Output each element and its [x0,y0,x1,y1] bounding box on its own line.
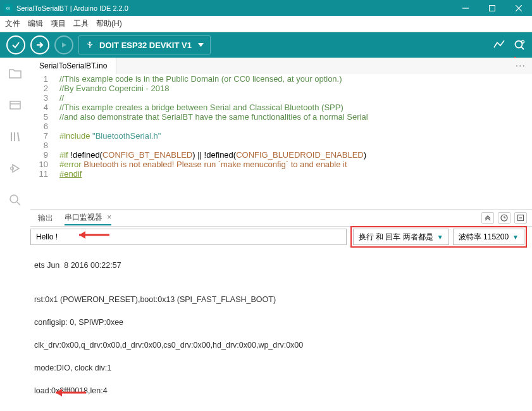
annotation-arrow-icon [73,229,111,241]
line-number: 1 [30,74,59,84]
code-line: #if !defined(CONFIG_BT_ENABLED) || !defi… [59,150,532,160]
code-line: // [59,93,532,103]
serial-monitor-icon[interactable] [513,39,526,51]
debug-button[interactable] [54,35,73,54]
svg-rect-16 [10,101,20,109]
line-number: 3 [30,93,59,103]
library-manager-icon[interactable] [8,130,22,144]
tab-overflow-icon[interactable]: ··· [516,60,526,72]
search-icon[interactable] [8,193,22,207]
annotation-arrow-icon [49,387,87,398]
menu-tool[interactable]: 工具 [73,18,89,29]
menu-file[interactable]: 文件 [5,18,20,29]
board-selector[interactable]: DOIT ESP32 DEVKIT V1 [78,35,211,54]
clear-icon[interactable] [514,212,527,224]
code-line: //This example code is in the Public Dom… [59,74,532,84]
sidebar [0,58,30,411]
close-button[interactable] [505,0,532,16]
svg-line-12 [521,47,524,49]
serial-output[interactable]: ets Jun 8 2016 00:22:57 rst:0x1 (POWERON… [30,248,532,406]
chevron-down-icon: ▼ [437,234,443,241]
svg-marker-31 [79,231,85,239]
debug-sidebar-icon[interactable] [8,161,22,175]
svg-line-24 [17,202,20,205]
code-line: //and also demonstrate that SerialBT hav… [59,112,532,122]
baud-rate-dropdown[interactable]: 波特率 115200▼ [453,229,524,245]
window-controls [452,0,532,16]
bottom-panel-tabs: 输出 串口监视器 × [30,209,532,227]
svg-marker-10 [198,43,204,47]
code-line: #endif [59,169,532,179]
line-number: 9 [30,150,59,160]
close-icon[interactable]: × [107,213,111,222]
svg-point-23 [10,195,18,203]
code-line: #include "BluetoothSerial.h" [59,131,532,141]
serial-line: mode:DIO, clock div:1 [34,362,532,374]
code-line: //This example creates a bridge between … [59,103,532,112]
folder-icon[interactable] [8,66,22,80]
line-number: 5 [30,112,59,122]
chevron-down-icon: ▼ [512,234,519,241]
menu-bar: 文件 编辑 项目 工具 帮助(H) [0,16,532,32]
line-number: 7 [30,131,59,141]
svg-rect-1 [490,5,495,11]
verify-button[interactable] [6,35,25,54]
svg-point-13 [522,41,524,43]
editor-tab-bar: SerialToSerialBT.ino ··· [30,58,532,74]
line-number: 8 [30,141,59,150]
boards-manager-icon[interactable] [8,98,22,112]
menu-project[interactable]: 项目 [51,18,66,29]
tab-file[interactable]: SerialToSerialBT.ino [30,58,116,74]
menu-help[interactable]: 帮助(H) [96,18,122,29]
toolbar: DOIT ESP32 DEVKIT V1 [0,32,532,58]
maximize-button[interactable] [479,0,505,16]
line-ending-dropdown[interactable]: 换行 和 回车 两者都是▼ [353,229,449,245]
menu-edit[interactable]: 编辑 [28,18,43,29]
code-line: #error Bluetooth is not enabled! Please … [59,160,532,169]
serial-line: rst:0x1 (POWERON_RESET),boot:0x13 (SPI_F… [34,294,532,305]
svg-marker-5 [62,42,66,47]
clock-icon[interactable] [498,212,510,224]
svg-line-20 [18,132,19,141]
tab-serial-monitor[interactable]: 串口监视器 × [65,212,111,225]
code-line: //By Evandro Copercini - 2018 [59,84,532,93]
serial-line: ets Jun 8 2016 00:22:57 [34,260,532,271]
highlight-annotation: 换行 和 回车 两者都是▼ 波特率 115200▼ [350,226,527,248]
tab-output[interactable]: 输出 [38,213,53,224]
serial-line: clk_drv:0x00,q_drv:0x00,d_drv:0x00,cs0_d… [34,339,532,351]
svg-marker-33 [56,389,62,396]
code-line [59,122,532,131]
line-number: 6 [30,122,59,131]
code-editor[interactable]: 1//This example code is in the Public Do… [30,74,532,209]
board-name: DOIT ESP32 DEVKIT V1 [99,41,192,50]
upload-button[interactable] [30,35,49,54]
titlebar: ∞ SerialToSerialBT | Arduino IDE 2.2.0 [0,0,532,16]
panel-toggle-icon[interactable] [481,212,494,224]
window-title: SerialToSerialBT | Arduino IDE 2.2.0 [16,4,452,12]
arduino-logo-icon: ∞ [4,4,13,13]
line-number: 10 [30,160,59,169]
line-number: 4 [30,103,59,112]
serial-line: load:0x3fff0018,len:4 [34,385,532,396]
serial-line: configsip: 0, SPIWP:0xee [34,317,532,328]
tab-label: SerialToSerialBT.ino [39,61,107,70]
line-number: 11 [30,169,59,179]
minimize-button[interactable] [452,0,479,16]
line-number: 2 [30,84,59,93]
code-line [59,141,532,150]
serial-plotter-icon[interactable] [493,39,505,51]
